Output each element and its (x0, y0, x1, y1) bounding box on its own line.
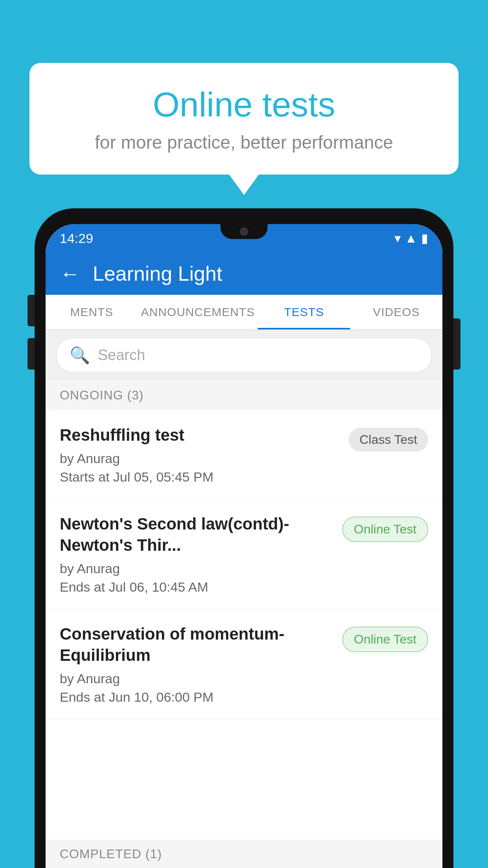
test-item[interactable]: Reshuffling test by Anurag Starts at Jul… (46, 410, 442, 499)
search-input-wrapper[interactable]: 🔍 Search (57, 338, 431, 372)
phone-screen: 14:29 ▾ ▲ ▮ ← Learning Light MENTS ANNOU… (46, 224, 442, 868)
test-item[interactable]: Newton's Second law(contd)-Newton's Thir… (46, 499, 442, 609)
tab-ments[interactable]: MENTS (46, 295, 138, 329)
search-icon: 🔍 (70, 346, 90, 365)
test-info-2: Newton's Second law(contd)-Newton's Thir… (60, 513, 342, 595)
completed-section-header: COMPLETED (1) (46, 840, 442, 868)
wifi-icon: ▾ (394, 231, 401, 246)
ongoing-section-header: ONGOING (3) (46, 380, 442, 410)
battery-icon: ▮ (421, 231, 428, 246)
test-time-2: Ends at Jul 06, 10:45 AM (60, 579, 334, 595)
bubble-title: Online tests (53, 85, 435, 125)
phone-btn-left2 (28, 338, 35, 370)
test-info-1: Reshuffling test by Anurag Starts at Jul… (60, 425, 349, 485)
status-time: 14:29 (60, 231, 93, 246)
notch-camera (240, 227, 248, 236)
bubble-subtitle: for more practice, better performance (53, 132, 435, 153)
tab-videos[interactable]: VIDEOS (350, 295, 442, 329)
phone-notch (220, 224, 268, 239)
test-name-2: Newton's Second law(contd)-Newton's Thir… (60, 513, 334, 556)
phone-btn-right (453, 318, 460, 370)
phone-btn-left (28, 295, 35, 326)
test-time-1: Starts at Jul 05, 05:45 PM (60, 469, 341, 485)
test-name-1: Reshuffling test (60, 425, 341, 446)
header-title: Learning Light (93, 262, 222, 285)
test-name-3: Conservation of momentum-Equilibrium (60, 623, 334, 666)
app-header: ← Learning Light (46, 252, 442, 295)
tab-tests[interactable]: TESTS (258, 295, 350, 329)
test-author-2: by Anurag (60, 561, 334, 576)
status-icons: ▾ ▲ ▮ (394, 231, 428, 246)
test-list: Reshuffling test by Anurag Starts at Jul… (46, 410, 442, 719)
speech-bubble: Online tests for more practice, better p… (29, 63, 459, 175)
test-author-1: by Anurag (60, 451, 341, 466)
test-badge-1: Class Test (349, 428, 428, 452)
signal-icon: ▲ (405, 231, 417, 246)
test-badge-2: Online Test (342, 517, 429, 542)
phone-frame: 14:29 ▾ ▲ ▮ ← Learning Light MENTS ANNOU… (35, 208, 453, 868)
test-badge-3: Online Test (342, 627, 429, 652)
search-bar: 🔍 Search (46, 330, 442, 380)
test-info-3: Conservation of momentum-Equilibrium by … (60, 623, 342, 705)
tab-bar: MENTS ANNOUNCEMENTS TESTS VIDEOS (46, 295, 442, 330)
search-placeholder: Search (98, 347, 145, 364)
back-button[interactable]: ← (60, 262, 80, 285)
test-author-3: by Anurag (60, 671, 334, 686)
tab-announcements[interactable]: ANNOUNCEMENTS (138, 295, 258, 329)
test-time-3: Ends at Jun 10, 06:00 PM (60, 690, 334, 705)
test-item[interactable]: Conservation of momentum-Equilibrium by … (46, 609, 442, 719)
